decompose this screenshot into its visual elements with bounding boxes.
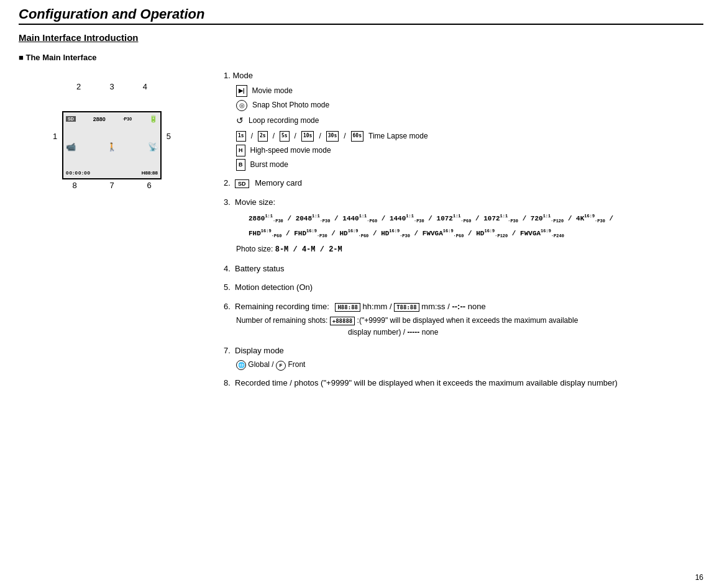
annotation-4: 4 [143, 82, 147, 91]
mode-movie: ▶| Movie mode [236, 85, 703, 97]
snapshot-mode-label: Snap Shot Photo mode [252, 99, 329, 111]
annotation-1: 1 [53, 132, 57, 141]
highspeed-icon: H [236, 145, 245, 156]
item-4-label: Battery status [235, 264, 284, 273]
item-4-num: 4. [224, 264, 232, 273]
item-5-label: Motion detection (On) [235, 283, 313, 292]
timelapse-icons: 1s [236, 131, 246, 142]
item-memory-card: 2. SD Memory card [224, 177, 703, 190]
timelapse-icon5: 30s [326, 131, 339, 142]
timelapse-icon2: 2s [258, 131, 268, 142]
camera-diagram-panel: 2 3 4 1 SD 2880 ·P30 🔋 📹 [19, 70, 205, 190]
rec-time-icon-1: H88:88 [335, 303, 360, 312]
battery-icon: 🔋 [149, 115, 158, 123]
screen-mid: 📹 🚶 📡 [66, 142, 158, 152]
page-title: Configuration and Operation [19, 6, 703, 22]
screen-bottom: 00:00:00 H88:88 [66, 170, 158, 176]
rec-time-icon-2: T88:88 [394, 303, 419, 312]
annotation-3: 3 [109, 82, 114, 91]
movie-sizes-display: 28801:1·P30 / 20481:1·P30 / 14401:1·P60 … [249, 210, 703, 240]
remaining-shots-row: Number of remaining shots: +88888 :("+99… [236, 315, 703, 338]
photo-size-label: Photo size: [236, 245, 275, 253]
shots-icon: +88888 [330, 317, 355, 325]
wifi-icon: 📡 [148, 142, 158, 152]
page-header: Configuration and Operation [19, 6, 703, 25]
rec-time-unit1: hh:mm / [363, 302, 395, 311]
front-label: Front [288, 360, 305, 369]
timelapse-icon4: 10s [301, 131, 314, 142]
global-label: Global / [248, 360, 276, 369]
motion-icon: 🚶 [107, 142, 117, 152]
camera-screen: SD 2880 ·P30 🔋 📹 🚶 📡 00:00:00 H88: [62, 111, 162, 179]
display-modes-row: 🌐 Global / F Front [236, 359, 703, 371]
shots-detail-2: display number) / ----- none [348, 327, 703, 338]
item-6-label: Remaining recording time: [235, 302, 329, 311]
timelapse-sep3: / [295, 130, 296, 142]
item-2-num: 2. [224, 178, 232, 188]
bottom-annotations: 8 7 6 [50, 181, 174, 190]
sd-card-icon: SD [235, 179, 249, 188]
timelapse-icon6: 60s [351, 131, 363, 142]
loop-mode-label: Loop recording mode [249, 115, 319, 127]
annotation-wrapper: 2 3 4 1 SD 2880 ·P30 🔋 📹 [50, 82, 174, 190]
timelapse-mode-label: Time Lapse mode [368, 130, 428, 142]
front-icon: F [276, 361, 286, 371]
photo-size-values: 8-M / 4-M / 2-M [275, 245, 342, 254]
burst-icon: B [236, 159, 245, 170]
annotation-8: 8 [72, 181, 76, 190]
annotation-6: 6 [147, 181, 151, 190]
mode-snapshot: ◎ Snap Shot Photo mode [236, 99, 703, 111]
resolution-display: 2880 [93, 116, 106, 122]
item-6-num: 6. [224, 302, 232, 311]
camera-screen-row: 1 SD 2880 ·P30 🔋 📹 🚶 📡 [50, 93, 174, 179]
item-remaining-time: 6. Remaining recording time: H88:88 hh:m… [224, 301, 703, 338]
item-display-mode: 7. Display mode 🌐 Global / F Front [224, 345, 703, 371]
item-motion: 5. Motion detection (On) [224, 281, 703, 294]
item-7-label: Display mode [235, 346, 284, 355]
rec-time-unit2: mm:ss / [421, 302, 452, 311]
item-8-label: Recorded time / photos ("+9999" will be … [235, 378, 618, 387]
shots-label: Number of remaining shots: [236, 316, 330, 325]
photo-size-row: Photo size: 8-M / 4-M / 2-M [236, 243, 703, 256]
rec-time-none-label: none [468, 302, 486, 311]
global-icon: 🌐 [236, 360, 246, 370]
movie-icon: ▶| [236, 85, 247, 96]
item-3-label: Movie size: [235, 197, 275, 207]
timelapse-sep4: / [319, 130, 321, 142]
main-interface-label: ■ The Main Interface [19, 53, 703, 62]
sd-badge: SD [66, 116, 76, 122]
mode-highspeed: H High-speed movie mode [236, 145, 703, 156]
item-2-label: Memory card [255, 178, 302, 188]
item-3-num: 3. [224, 197, 232, 207]
camera-mode-icon: 📹 [66, 142, 76, 152]
top-annotations: 2 3 4 [50, 82, 174, 91]
highspeed-mode-label: High-speed movie mode [250, 145, 331, 156]
timelapse-icon3: 5s [280, 131, 290, 142]
camera-circle-icon: ◎ [236, 100, 247, 111]
rec-time-none: --:-- [452, 302, 465, 311]
timelapse-sep5: / [344, 130, 345, 142]
item-7-num: 7. [224, 346, 232, 355]
mode-list: ▶| Movie mode ◎ Snap Shot Photo mode ↺ L… [236, 85, 703, 171]
remaining-time: H88:88 [142, 170, 158, 176]
item-recorded-time: 8. Recorded time / photos ("+9999" will … [224, 377, 703, 390]
annotation-5: 5 [167, 132, 171, 141]
loop-icon: ↺ [236, 114, 244, 127]
mode-loop: ↺ Loop recording mode [236, 114, 703, 127]
item-1-num: 1. [224, 71, 232, 80]
item-movie-size: 3. Movie size: 28801:1·P30 / 20481:1·P30… [224, 196, 703, 256]
timelapse-sep2: / [273, 130, 275, 142]
item-5-num: 5. [224, 283, 232, 292]
annotation-2: 2 [76, 82, 81, 91]
shots-detail: :("+9999" will be displayed when it exce… [357, 316, 578, 325]
mode-burst: B Burst mode [236, 159, 703, 171]
timelapse-sep1: / [251, 130, 253, 142]
section-title: Main Interface Introduction [19, 32, 703, 43]
mode-timelapse: 1s / 2s / 5s / 10s / 30s / 60s Time Laps… [236, 130, 703, 142]
framerate-display: ·P30 [123, 117, 132, 121]
movie-mode-label: Movie mode [252, 85, 293, 97]
movie-size-values: 28801:1·P30 / 20481:1·P30 / 14401:1·P60 … [249, 215, 613, 222]
annotation-7: 7 [109, 181, 114, 190]
description-panel: 1. Mode ▶| Movie mode ◎ Snap Shot Photo … [224, 70, 703, 396]
burst-mode-label: Burst mode [250, 159, 288, 171]
